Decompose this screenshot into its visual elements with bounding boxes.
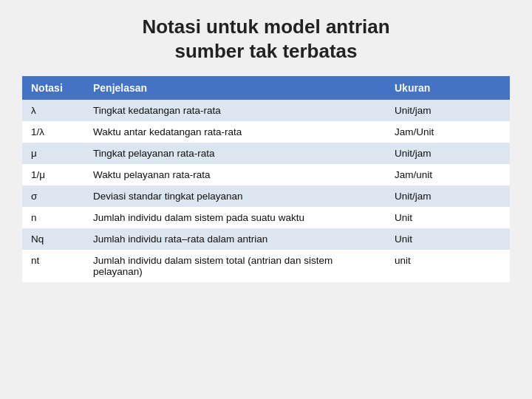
table-row: λTingkat kedatangan rata-rataUnit/jam	[22, 100, 510, 121]
cell-ukuran: Jam/Unit	[386, 121, 510, 143]
header-ukuran: Ukuran	[386, 76, 510, 100]
cell-notasi: 1/μ	[22, 164, 84, 185]
table-row: 1/μWaktu pelayanan rata-rataJam/unit	[22, 164, 510, 185]
cell-penjelasan: Tingkat kedatangan rata-rata	[84, 100, 386, 121]
cell-penjelasan: Jumlah individu rata–rata dalam antrian	[84, 228, 386, 250]
cell-notasi: 1/λ	[22, 121, 84, 143]
table-row: ntJumlah individu dalam sistem total (an…	[22, 250, 510, 282]
table-header-row: Notasi Penjelasan Ukuran	[22, 76, 510, 100]
cell-notasi: Nq	[22, 228, 84, 250]
cell-notasi: σ	[22, 185, 84, 207]
cell-ukuran: unit	[386, 250, 510, 282]
title-area: Notasi untuk model antrian sumber tak te…	[22, 15, 510, 63]
cell-ukuran: Unit/jam	[386, 100, 510, 121]
title-line1: Notasi untuk model antrian	[142, 16, 389, 38]
cell-ukuran: Unit/jam	[386, 143, 510, 164]
cell-notasi: n	[22, 207, 84, 228]
table-row: 1/λWaktu antar kedatangan rata-rataJam/U…	[22, 121, 510, 143]
cell-penjelasan: Tingkat pelayanan rata-rata	[84, 143, 386, 164]
table-row: σDeviasi standar tingkat pelayananUnit/j…	[22, 185, 510, 207]
cell-ukuran: Unit	[386, 207, 510, 228]
cell-penjelasan: Waktu antar kedatangan rata-rata	[84, 121, 386, 143]
page-title: Notasi untuk model antrian sumber tak te…	[22, 15, 510, 63]
notation-table: Notasi Penjelasan Ukuran λTingkat kedata…	[22, 76, 510, 282]
cell-ukuran: Jam/unit	[386, 164, 510, 185]
title-line2: sumber tak terbatas	[174, 40, 357, 62]
header-penjelasan: Penjelasan	[84, 76, 386, 100]
table-row: nJumlah individu dalam sistem pada suatu…	[22, 207, 510, 228]
cell-penjelasan: Deviasi standar tingkat pelayanan	[84, 185, 386, 207]
cell-penjelasan: Jumlah individu dalam sistem total (antr…	[84, 250, 386, 282]
cell-notasi: μ	[22, 143, 84, 164]
header-notasi: Notasi	[22, 76, 84, 100]
table-row: NqJumlah individu rata–rata dalam antria…	[22, 228, 510, 250]
cell-ukuran: Unit	[386, 228, 510, 250]
cell-penjelasan: Waktu pelayanan rata-rata	[84, 164, 386, 185]
cell-penjelasan: Jumlah individu dalam sistem pada suatu …	[84, 207, 386, 228]
cell-notasi: λ	[22, 100, 84, 121]
table-row: μTingkat pelayanan rata-rataUnit/jam	[22, 143, 510, 164]
cell-notasi: nt	[22, 250, 84, 282]
cell-ukuran: Unit/jam	[386, 185, 510, 207]
